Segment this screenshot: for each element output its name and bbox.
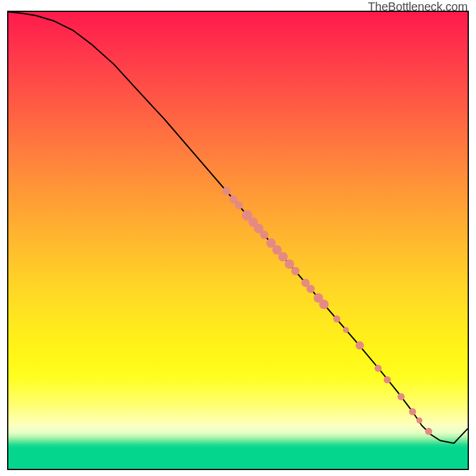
- chart-marker: [397, 393, 405, 400]
- chart-marker: [356, 342, 364, 350]
- chart-marker: [260, 231, 268, 239]
- chart-curve-line: [8, 12, 468, 443]
- chart-marker: [278, 252, 288, 262]
- chart-marker: [292, 267, 300, 275]
- chart-marker: [375, 365, 382, 372]
- chart-marker: [425, 428, 432, 435]
- chart-marker: [416, 418, 422, 424]
- chart-marker: [384, 376, 391, 383]
- chart-marker: [306, 284, 315, 293]
- chart-marker: [285, 259, 295, 269]
- chart-marker: [223, 187, 231, 195]
- chart-marker: [319, 300, 328, 309]
- chart-marker: [235, 201, 243, 209]
- chart-frame: [7, 11, 469, 470]
- chart-marker-group: [223, 187, 433, 435]
- chart-marker: [333, 315, 340, 322]
- chart-marker: [343, 327, 349, 333]
- chart-marker: [409, 408, 416, 415]
- chart-svg-layer: [8, 12, 468, 469]
